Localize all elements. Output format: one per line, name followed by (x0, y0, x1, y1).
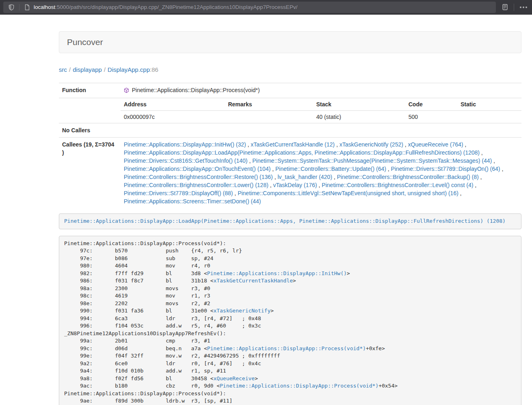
assembly-line: 97e: b086 sub sp, #24 (64, 255, 516, 263)
stats-values-row: 0x0000097c 40 (static) 500 (121, 111, 521, 123)
assembly-line: 98c: 4619 mov r1, r3 (64, 292, 516, 300)
callee-link[interactable]: Pinetime::Controllers::BrightnessControl… (337, 174, 478, 180)
assembly-line: 9ac: b180 cbz r0, 9d0 <Pinetime::Applica… (64, 382, 516, 390)
callees-label: Callees (19, Σ=3704 ) (59, 138, 121, 209)
no-callers-row: No Callers (59, 123, 521, 138)
callee-link[interactable]: Pinetime::Drivers::St7789::DisplayOn() (… (391, 166, 500, 172)
overflow-menu-icon[interactable] (518, 2, 529, 12)
assembly-line: 97c: b570 push {r4, r5, r6, lr} (64, 247, 516, 255)
assembly-line: 99a: 2b01 cmp r3, #1 (64, 337, 516, 345)
browser-toolbar: localhost:5000/path/src/displayapp/Displ… (0, 0, 532, 15)
callee-link[interactable]: vTaskDelay (176) (273, 182, 317, 188)
breadcrumb-separator: / (102, 66, 108, 73)
assembly-symbol-link[interactable]: Pinetime::Applications::DisplayApp::Proc… (207, 345, 366, 351)
url-text[interactable]: localhost:5000/path/src/displayapp/Displ… (34, 4, 297, 10)
value-code: 500 (405, 111, 457, 123)
stats-row: Address Remarks Stack Code Static 0x0000… (59, 98, 521, 123)
assembly-line: 99e: f04f 32ff mov.w r2, #4294967295 ; 0… (64, 352, 516, 360)
callee-link[interactable]: xQueueReceive (764) (408, 141, 463, 148)
assembly-line: 990: f031 fa36 bl 31e00 <xTaskGenericNot… (64, 307, 516, 315)
callee-link[interactable]: Pinetime::Applications::DisplayApp::OnTo… (124, 166, 271, 172)
assembly-code: Pinetime::Applications::DisplayApp::Proc… (59, 236, 521, 405)
assembly-symbol-link[interactable]: xQueueReceive (213, 375, 255, 381)
value-address: 0x0000097c (121, 111, 225, 123)
assembly-line: 9a8: f02f fd56 bl 30458 <xQueueReceive> (64, 375, 516, 383)
assembly-symbol-link[interactable]: xTaskGetCurrentTaskHandle (213, 278, 293, 284)
toolbar-divider (514, 4, 514, 11)
assembly-line: 98e: 2202 movs r2, #2 (64, 300, 516, 308)
callees-list: Pinetime::Applications::DisplayApp::Init… (121, 138, 521, 209)
callee-link[interactable]: Pinetime::Applications::DisplayApp::Load… (124, 149, 480, 156)
app-header-panel: Puncover (59, 31, 521, 53)
callees-row: Callees (19, Σ=3704 ) Pinetime::Applicat… (59, 138, 521, 209)
assembly-symbol-link[interactable]: xTaskGenericNotify (213, 308, 271, 314)
url-bar[interactable]: localhost:5000/path/src/displayapp/Displ… (3, 2, 496, 13)
breadcrumb: src/displayapp/DisplayApp.cpp:86 (59, 65, 521, 74)
callee-link[interactable]: Pinetime::System::SystemTask::PushMessag… (252, 157, 492, 164)
assembly-line: 986: f031 f8c7 bl 31b18 <xTaskGetCurrent… (64, 277, 516, 285)
assembly-line: 982: f7ff fd29 bl 3d8 <Pinetime::Applica… (64, 270, 516, 278)
value-static (457, 111, 521, 123)
callee-link[interactable]: Pinetime::Controllers::BrightnessControl… (322, 182, 473, 188)
col-static: Static (457, 98, 521, 111)
stats-table: Address Remarks Stack Code Static 0x0000… (121, 98, 521, 123)
callee-link[interactable]: lv_task_handler (420) (278, 174, 332, 180)
callee-link[interactable]: Pinetime::Drivers::St7789::DisplayOff() … (124, 190, 233, 196)
callee-link[interactable]: Pinetime::Controllers::Battery::Update()… (276, 166, 386, 172)
col-address: Address (121, 98, 225, 111)
url-path: :5000/path/src/displayapp/DisplayApp.cpp… (55, 4, 297, 10)
assembly-line: 98a: 2300 movs r3, #0 (64, 285, 516, 293)
assembly-line: 996: f104 053c add.w r5, r4, #60 ; 0x3c (64, 322, 516, 330)
breadcrumb-separator: / (67, 66, 73, 73)
assembly-line: _ZN8Pinetime12Applications10DisplayApp7R… (64, 330, 516, 338)
callee-link[interactable]: Pinetime::Controllers::BrightnessControl… (124, 174, 273, 180)
breadcrumb-link[interactable]: DisplayApp.cpp (108, 66, 150, 73)
assembly-line: 9a2: 6ce0 ldr r0, [r4, #76] ; 0x4c (64, 360, 516, 368)
reader-mode-icon[interactable] (500, 2, 510, 12)
assembly-line: 9a4: f10d 010b add.w r1, sp, #11 (64, 367, 516, 375)
loadapp-highlight-box: Pinetime::Applications::DisplayApp::Load… (59, 213, 521, 229)
assembly-line: 99c: d06d beq.n a7a <Pinetime::Applicati… (64, 345, 516, 353)
page-content: Puncover src/displayapp/DisplayApp.cpp:8… (59, 31, 521, 405)
assembly-symbol-link[interactable]: Pinetime::Applications::DisplayApp::Init… (207, 270, 347, 276)
callee-link[interactable]: Pinetime::Applications::Screens::Timer::… (124, 198, 261, 205)
callee-link[interactable]: Pinetime::Components::LittleVgl::SetNewT… (238, 190, 459, 196)
col-stack: Stack (313, 98, 405, 111)
callee-link[interactable]: Pinetime::Controllers::BrightnessControl… (124, 182, 268, 188)
symbol-cube-icon (124, 87, 129, 95)
col-remarks: Remarks (225, 98, 313, 111)
value-remarks (225, 111, 313, 123)
url-host: localhost (34, 4, 55, 10)
callee-link[interactable]: xTaskGetCurrentTaskHandle (12) (251, 141, 335, 148)
page-info-icon[interactable] (22, 2, 32, 12)
callee-link[interactable]: Pinetime::Drivers::Cst816S::GetTouchInfo… (124, 157, 248, 164)
page-title: Puncover (67, 37, 103, 47)
function-row-label: Function (59, 83, 121, 98)
callee-link[interactable]: xTaskGenericNotify (252) (339, 141, 403, 148)
function-table: Function Pinetime::Applications::Display… (59, 83, 521, 208)
assembly-line: Pinetime::Applications::DisplayApp::Proc… (64, 390, 516, 398)
breadcrumb-link[interactable]: src (59, 66, 67, 73)
loadapp-link[interactable]: Pinetime::Applications::DisplayApp::Load… (64, 218, 506, 224)
assembly-line: Pinetime::Applications::DisplayApp::Proc… (64, 240, 516, 248)
breadcrumb-line-number: :86 (150, 66, 158, 73)
shield-icon[interactable] (6, 2, 16, 12)
assembly-symbol-link[interactable]: Pinetime::Applications::DisplayApp::Proc… (220, 383, 379, 389)
function-name: Pinetime::Applications::DisplayApp::Proc… (132, 87, 260, 93)
url-bar-divider (19, 4, 19, 11)
assembly-line: 994: 6ca3 ldr r3, [r4, #72] ; 0x48 (64, 315, 516, 323)
assembly-line: 9ae: f89d 300b ldrb.w r3, [sp, #11] (64, 397, 516, 405)
no-callers-label: No Callers (59, 123, 121, 138)
function-row: Function Pinetime::Applications::Display… (59, 83, 521, 98)
value-stack: 40 (static) (313, 111, 405, 123)
breadcrumb-link[interactable]: displayapp (73, 66, 102, 73)
assembly-line: 980: 4604 mov r4, r0 (64, 262, 516, 270)
callee-link[interactable]: Pinetime::Applications::DisplayApp::Init… (124, 141, 246, 148)
col-code: Code (405, 98, 457, 111)
